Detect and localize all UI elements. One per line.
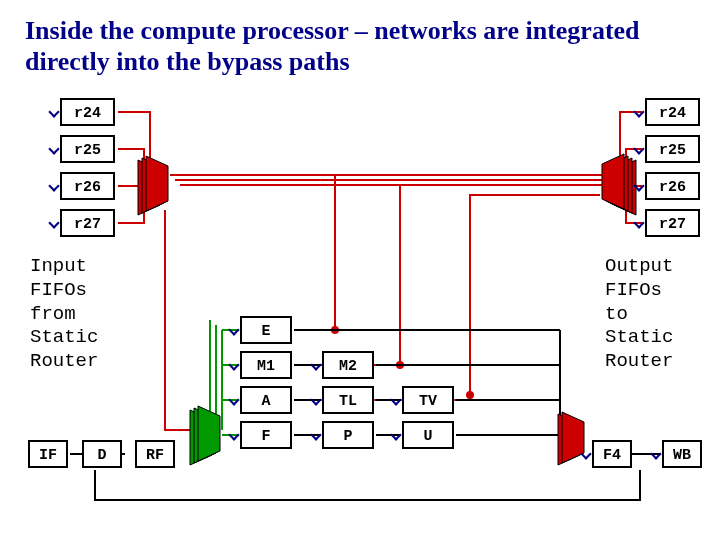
note-input-fifos: Input FIFOs from Static Router [30, 255, 98, 374]
stage-rf: RF [135, 440, 175, 468]
fu-f: F [240, 421, 292, 449]
reg-left-r24: r24 [60, 98, 115, 126]
svg-marker-5 [146, 156, 168, 211]
fu-tl: TL [322, 386, 374, 414]
fu-p: P [322, 421, 374, 449]
reg-left-r25: r25 [60, 135, 115, 163]
fu-a: A [240, 386, 292, 414]
fu-e: E [240, 316, 292, 344]
reg-right-r25: r25 [645, 135, 700, 163]
fu-tv: TV [402, 386, 454, 414]
fu-m1: M1 [240, 351, 292, 379]
fu-u: U [402, 421, 454, 449]
fu-m2: M2 [322, 351, 374, 379]
svg-marker-9 [602, 154, 624, 209]
reg-right-r26: r26 [645, 172, 700, 200]
svg-point-2 [467, 392, 473, 398]
stage-f4: F4 [592, 440, 632, 468]
note-output-fifos: Output FIFOs to Static Router [605, 255, 673, 374]
stage-d: D [82, 440, 122, 468]
svg-marker-12 [198, 406, 220, 461]
reg-right-r27: r27 [645, 209, 700, 237]
reg-left-r27: r27 [60, 209, 115, 237]
stage-wb: WB [662, 440, 702, 468]
stage-if: IF [28, 440, 68, 468]
reg-left-r26: r26 [60, 172, 115, 200]
reg-right-r24: r24 [645, 98, 700, 126]
